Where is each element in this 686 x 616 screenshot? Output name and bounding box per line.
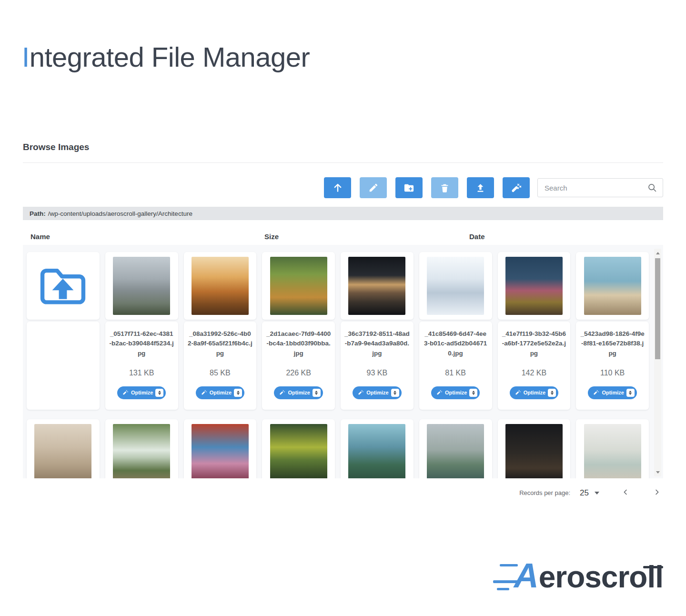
optimize-button[interactable]: Optimize (353, 386, 401, 399)
magic-wand-icon (122, 389, 129, 396)
scrollbar-thumb[interactable] (655, 258, 660, 359)
file-thumbnail[interactable] (498, 252, 571, 320)
thumbnail-image (348, 257, 405, 315)
file-name: _2d1acaec-7fd9-4400-bc4a-1bbd03f90bba.jp… (266, 329, 331, 358)
file-thumbnail[interactable] (105, 252, 178, 320)
aeroscroll-logo: A eroscro ll (514, 558, 663, 593)
page-title: Integrated File Manager (22, 41, 310, 73)
magic-wand-icon (358, 389, 364, 396)
file-size: 110 KB (580, 369, 645, 377)
file-thumbnail[interactable] (341, 419, 414, 478)
file-card (27, 419, 100, 478)
file-card: _0517f711-62ec-4381-b2ac-b390484f5234.jp… (105, 252, 178, 410)
optimize-button[interactable]: Optimize (196, 386, 244, 399)
optimize-all-button[interactable] (503, 177, 530, 198)
file-thumbnail[interactable] (498, 419, 571, 478)
file-size: 85 KB (188, 369, 253, 377)
panel-heading: Browse Images (23, 142, 663, 152)
thumbnail-image (584, 257, 641, 315)
file-card: _41c85469-6d47-4ee3-b01c-ad5d2b046710.jp… (419, 252, 492, 410)
file-card: _5423ad98-1826-4f9e-8f81-e165e72b8f38.jp… (576, 252, 649, 410)
file-thumbnail[interactable] (27, 419, 100, 478)
file-thumbnail[interactable] (262, 252, 335, 320)
thumbnail-image (584, 424, 641, 478)
file-thumbnail[interactable] (576, 252, 649, 320)
optimize-button[interactable]: Optimize (431, 386, 480, 399)
previous-page-button[interactable] (620, 487, 631, 499)
optimize-button[interactable]: Optimize (274, 386, 323, 399)
file-thumbnail[interactable] (576, 419, 649, 478)
file-card (262, 419, 335, 478)
file-thumbnail[interactable] (262, 419, 335, 478)
file-grid: _0517f711-62ec-4381-b2ac-b390484f5234.jp… (23, 245, 663, 478)
rename-button[interactable] (360, 177, 387, 198)
optimize-options-toggle[interactable] (234, 389, 242, 397)
file-thumbnail[interactable] (184, 419, 257, 478)
chevron-down-icon (595, 492, 599, 495)
optimize-options-toggle[interactable] (391, 389, 399, 397)
file-size: 93 KB (344, 369, 410, 377)
file-thumbnail[interactable] (419, 252, 492, 320)
path-value: /wp-content/uploads/aeroscroll-gallery/A… (48, 210, 192, 217)
thumbnail-image (270, 424, 327, 478)
file-card (341, 419, 414, 478)
column-header-date: Date (469, 232, 485, 241)
speed-line-icon (500, 564, 518, 566)
file-name: _36c37192-8511-48ad-b7a9-9e4ad3a9a80d.jp… (344, 329, 410, 358)
file-card (576, 419, 649, 478)
optimize-options-toggle[interactable] (155, 389, 163, 397)
file-size: 131 KB (109, 369, 174, 377)
optimize-options-toggle[interactable] (313, 389, 321, 397)
file-name: _0517f711-62ec-4381-b2ac-b390484f5234.jp… (109, 329, 174, 358)
trash-icon (440, 183, 450, 193)
chevron-left-icon (621, 491, 630, 498)
thumbnail-image (505, 257, 563, 315)
file-thumbnail[interactable] (341, 252, 414, 320)
file-card: _36c37192-8511-48ad-b7a9-9e4ad3a9a80d.jp… (341, 252, 414, 410)
thumbnail-image (427, 257, 484, 315)
folder-up-tile[interactable] (27, 252, 100, 320)
scroll-down-arrow[interactable] (654, 469, 661, 475)
toolbar (23, 177, 663, 198)
file-name: _5423ad98-1826-4f9e-8f81-e165e72b8f38.jp… (580, 329, 645, 358)
thumbnail-image (427, 424, 484, 478)
file-card (498, 419, 571, 478)
scroll-up-arrow[interactable] (654, 250, 661, 256)
file-name: _08a31992-526c-4b02-8a9f-65a5f21f6b4c.jp… (188, 329, 253, 358)
folder-up-icon (36, 262, 90, 310)
file-thumbnail[interactable] (419, 419, 492, 478)
file-card: _2d1acaec-7fd9-4400-bc4a-1bbd03f90bba.jp… (262, 252, 335, 410)
upload-button[interactable] (467, 177, 494, 198)
records-per-page-select[interactable]: 25 (580, 488, 599, 498)
vertical-scrollbar[interactable] (654, 249, 661, 476)
folder-up-info (27, 322, 100, 410)
file-name: _41e7f119-3b32-45b6-a6bf-1772e5e52e2a.jp… (502, 329, 567, 358)
optimize-options-toggle[interactable] (626, 389, 635, 397)
magic-wand-icon (279, 389, 285, 396)
thumbnail-image (113, 424, 170, 478)
column-header-name: Name (30, 232, 50, 241)
magic-wand-icon (515, 389, 521, 396)
folder-plus-icon (404, 182, 414, 193)
search-icon (647, 182, 657, 195)
next-page-button[interactable] (652, 487, 662, 499)
new-folder-button[interactable] (395, 177, 423, 198)
folder-up-card (27, 252, 100, 410)
delete-button[interactable] (431, 177, 458, 198)
optimize-options-toggle[interactable] (469, 389, 477, 397)
navigate-up-button[interactable] (324, 177, 351, 198)
file-card: _08a31992-526c-4b02-8a9f-65a5f21f6b4c.jp… (184, 252, 257, 410)
optimize-button[interactable]: Optimize (588, 386, 636, 399)
file-manager-page: Integrated File Manager Browse Images (0, 0, 686, 616)
browse-images-panel: Browse Images (23, 142, 663, 499)
file-size: 226 KB (266, 369, 331, 377)
search-input[interactable] (537, 178, 663, 197)
optimize-options-toggle[interactable] (548, 389, 556, 397)
optimize-button[interactable]: Optimize (510, 386, 558, 399)
file-thumbnail[interactable] (184, 252, 257, 320)
upload-icon (475, 182, 486, 193)
arrow-up-icon (332, 182, 343, 193)
file-thumbnail[interactable] (105, 419, 178, 478)
optimize-button[interactable]: Optimize (117, 386, 166, 399)
file-size: 142 KB (502, 369, 567, 377)
